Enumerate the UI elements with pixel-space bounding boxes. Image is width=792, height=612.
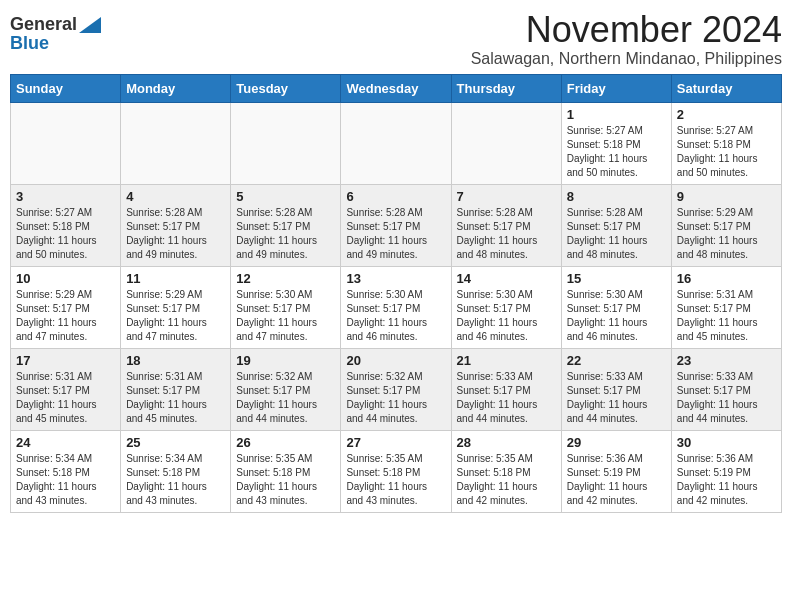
calendar-cell: 22Sunrise: 5:33 AM Sunset: 5:17 PM Dayli… bbox=[561, 348, 671, 430]
day-info: Sunrise: 5:32 AM Sunset: 5:17 PM Dayligh… bbox=[346, 370, 445, 426]
day-info: Sunrise: 5:29 AM Sunset: 5:17 PM Dayligh… bbox=[16, 288, 115, 344]
month-title: November 2024 bbox=[471, 10, 782, 50]
day-info: Sunrise: 5:35 AM Sunset: 5:18 PM Dayligh… bbox=[457, 452, 556, 508]
day-info: Sunrise: 5:30 AM Sunset: 5:17 PM Dayligh… bbox=[567, 288, 666, 344]
calendar-cell: 30Sunrise: 5:36 AM Sunset: 5:19 PM Dayli… bbox=[671, 430, 781, 512]
calendar-cell: 21Sunrise: 5:33 AM Sunset: 5:17 PM Dayli… bbox=[451, 348, 561, 430]
day-number: 22 bbox=[567, 353, 666, 368]
calendar-week-5: 24Sunrise: 5:34 AM Sunset: 5:18 PM Dayli… bbox=[11, 430, 782, 512]
calendar-header-row: SundayMondayTuesdayWednesdayThursdayFrid… bbox=[11, 74, 782, 102]
svg-marker-0 bbox=[79, 17, 101, 33]
calendar-cell: 8Sunrise: 5:28 AM Sunset: 5:17 PM Daylig… bbox=[561, 184, 671, 266]
calendar-cell: 1Sunrise: 5:27 AM Sunset: 5:18 PM Daylig… bbox=[561, 102, 671, 184]
calendar-week-3: 10Sunrise: 5:29 AM Sunset: 5:17 PM Dayli… bbox=[11, 266, 782, 348]
day-number: 14 bbox=[457, 271, 556, 286]
day-number: 19 bbox=[236, 353, 335, 368]
day-info: Sunrise: 5:33 AM Sunset: 5:17 PM Dayligh… bbox=[567, 370, 666, 426]
day-number: 1 bbox=[567, 107, 666, 122]
day-info: Sunrise: 5:34 AM Sunset: 5:18 PM Dayligh… bbox=[126, 452, 225, 508]
day-number: 2 bbox=[677, 107, 776, 122]
day-info: Sunrise: 5:33 AM Sunset: 5:17 PM Dayligh… bbox=[677, 370, 776, 426]
day-info: Sunrise: 5:30 AM Sunset: 5:17 PM Dayligh… bbox=[346, 288, 445, 344]
day-info: Sunrise: 5:27 AM Sunset: 5:18 PM Dayligh… bbox=[567, 124, 666, 180]
calendar-cell: 17Sunrise: 5:31 AM Sunset: 5:17 PM Dayli… bbox=[11, 348, 121, 430]
calendar-cell: 29Sunrise: 5:36 AM Sunset: 5:19 PM Dayli… bbox=[561, 430, 671, 512]
calendar-cell: 11Sunrise: 5:29 AM Sunset: 5:17 PM Dayli… bbox=[121, 266, 231, 348]
day-number: 3 bbox=[16, 189, 115, 204]
day-number: 9 bbox=[677, 189, 776, 204]
day-info: Sunrise: 5:29 AM Sunset: 5:17 PM Dayligh… bbox=[126, 288, 225, 344]
day-number: 26 bbox=[236, 435, 335, 450]
day-number: 17 bbox=[16, 353, 115, 368]
day-number: 29 bbox=[567, 435, 666, 450]
calendar-cell: 16Sunrise: 5:31 AM Sunset: 5:17 PM Dayli… bbox=[671, 266, 781, 348]
logo-general: General bbox=[10, 14, 77, 35]
calendar-cell: 12Sunrise: 5:30 AM Sunset: 5:17 PM Dayli… bbox=[231, 266, 341, 348]
weekday-header-thursday: Thursday bbox=[451, 74, 561, 102]
day-number: 28 bbox=[457, 435, 556, 450]
day-info: Sunrise: 5:28 AM Sunset: 5:17 PM Dayligh… bbox=[567, 206, 666, 262]
weekday-header-friday: Friday bbox=[561, 74, 671, 102]
day-info: Sunrise: 5:30 AM Sunset: 5:17 PM Dayligh… bbox=[236, 288, 335, 344]
day-number: 27 bbox=[346, 435, 445, 450]
weekday-header-monday: Monday bbox=[121, 74, 231, 102]
calendar-cell bbox=[11, 102, 121, 184]
day-number: 21 bbox=[457, 353, 556, 368]
day-info: Sunrise: 5:28 AM Sunset: 5:17 PM Dayligh… bbox=[236, 206, 335, 262]
logo-blue: Blue bbox=[10, 33, 49, 54]
calendar-cell: 9Sunrise: 5:29 AM Sunset: 5:17 PM Daylig… bbox=[671, 184, 781, 266]
calendar-cell: 23Sunrise: 5:33 AM Sunset: 5:17 PM Dayli… bbox=[671, 348, 781, 430]
calendar-cell: 7Sunrise: 5:28 AM Sunset: 5:17 PM Daylig… bbox=[451, 184, 561, 266]
calendar-cell bbox=[341, 102, 451, 184]
day-number: 10 bbox=[16, 271, 115, 286]
calendar-cell: 27Sunrise: 5:35 AM Sunset: 5:18 PM Dayli… bbox=[341, 430, 451, 512]
day-info: Sunrise: 5:36 AM Sunset: 5:19 PM Dayligh… bbox=[567, 452, 666, 508]
calendar-cell: 3Sunrise: 5:27 AM Sunset: 5:18 PM Daylig… bbox=[11, 184, 121, 266]
day-info: Sunrise: 5:31 AM Sunset: 5:17 PM Dayligh… bbox=[16, 370, 115, 426]
day-info: Sunrise: 5:35 AM Sunset: 5:18 PM Dayligh… bbox=[236, 452, 335, 508]
day-info: Sunrise: 5:32 AM Sunset: 5:17 PM Dayligh… bbox=[236, 370, 335, 426]
day-info: Sunrise: 5:36 AM Sunset: 5:19 PM Dayligh… bbox=[677, 452, 776, 508]
calendar-cell bbox=[451, 102, 561, 184]
calendar-cell: 25Sunrise: 5:34 AM Sunset: 5:18 PM Dayli… bbox=[121, 430, 231, 512]
weekday-header-sunday: Sunday bbox=[11, 74, 121, 102]
day-number: 11 bbox=[126, 271, 225, 286]
day-info: Sunrise: 5:31 AM Sunset: 5:17 PM Dayligh… bbox=[126, 370, 225, 426]
day-number: 30 bbox=[677, 435, 776, 450]
weekday-header-tuesday: Tuesday bbox=[231, 74, 341, 102]
calendar-cell: 19Sunrise: 5:32 AM Sunset: 5:17 PM Dayli… bbox=[231, 348, 341, 430]
day-info: Sunrise: 5:34 AM Sunset: 5:18 PM Dayligh… bbox=[16, 452, 115, 508]
day-number: 6 bbox=[346, 189, 445, 204]
page-header: General Blue November 2024 Salawagan, No… bbox=[10, 10, 782, 68]
day-info: Sunrise: 5:35 AM Sunset: 5:18 PM Dayligh… bbox=[346, 452, 445, 508]
day-number: 25 bbox=[126, 435, 225, 450]
weekday-header-saturday: Saturday bbox=[671, 74, 781, 102]
day-info: Sunrise: 5:27 AM Sunset: 5:18 PM Dayligh… bbox=[677, 124, 776, 180]
day-number: 18 bbox=[126, 353, 225, 368]
calendar-cell: 6Sunrise: 5:28 AM Sunset: 5:17 PM Daylig… bbox=[341, 184, 451, 266]
day-number: 13 bbox=[346, 271, 445, 286]
calendar-cell bbox=[121, 102, 231, 184]
day-info: Sunrise: 5:28 AM Sunset: 5:17 PM Dayligh… bbox=[346, 206, 445, 262]
calendar-cell: 4Sunrise: 5:28 AM Sunset: 5:17 PM Daylig… bbox=[121, 184, 231, 266]
location-title: Salawagan, Northern Mindanao, Philippine… bbox=[471, 50, 782, 68]
day-number: 20 bbox=[346, 353, 445, 368]
calendar-cell: 14Sunrise: 5:30 AM Sunset: 5:17 PM Dayli… bbox=[451, 266, 561, 348]
calendar-cell: 13Sunrise: 5:30 AM Sunset: 5:17 PM Dayli… bbox=[341, 266, 451, 348]
day-info: Sunrise: 5:28 AM Sunset: 5:17 PM Dayligh… bbox=[126, 206, 225, 262]
logo-icon bbox=[79, 17, 101, 33]
calendar-cell: 20Sunrise: 5:32 AM Sunset: 5:17 PM Dayli… bbox=[341, 348, 451, 430]
calendar-cell: 28Sunrise: 5:35 AM Sunset: 5:18 PM Dayli… bbox=[451, 430, 561, 512]
calendar-cell: 18Sunrise: 5:31 AM Sunset: 5:17 PM Dayli… bbox=[121, 348, 231, 430]
day-number: 4 bbox=[126, 189, 225, 204]
calendar-cell: 10Sunrise: 5:29 AM Sunset: 5:17 PM Dayli… bbox=[11, 266, 121, 348]
day-number: 23 bbox=[677, 353, 776, 368]
day-info: Sunrise: 5:28 AM Sunset: 5:17 PM Dayligh… bbox=[457, 206, 556, 262]
title-section: November 2024 Salawagan, Northern Mindan… bbox=[471, 10, 782, 68]
day-info: Sunrise: 5:31 AM Sunset: 5:17 PM Dayligh… bbox=[677, 288, 776, 344]
calendar-cell: 26Sunrise: 5:35 AM Sunset: 5:18 PM Dayli… bbox=[231, 430, 341, 512]
weekday-header-wednesday: Wednesday bbox=[341, 74, 451, 102]
calendar-cell bbox=[231, 102, 341, 184]
day-info: Sunrise: 5:30 AM Sunset: 5:17 PM Dayligh… bbox=[457, 288, 556, 344]
logo: General Blue bbox=[10, 10, 101, 54]
